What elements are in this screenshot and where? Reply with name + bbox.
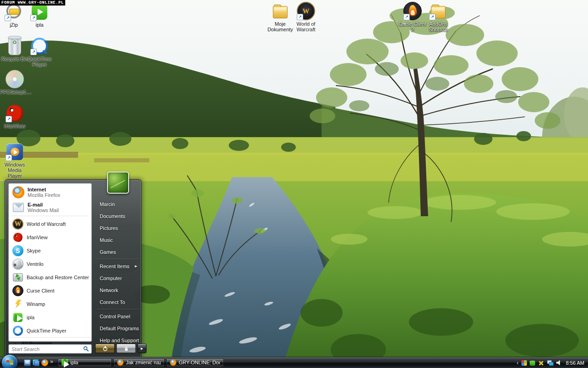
quicklaunch-switch-windows[interactable] (33, 359, 40, 366)
system-tray: ‹ 8:56 AM (513, 357, 588, 368)
wow-icon (12, 218, 23, 230)
backup-restore-icon (13, 273, 23, 282)
start-menu-item-irfanview[interactable]: IrfanView (9, 230, 91, 244)
magnifier-icon (83, 346, 89, 352)
shortcut-arrow-icon: ↗ (6, 116, 12, 122)
start-menu-item-documents[interactable]: Documents (95, 210, 141, 222)
item-sublabel: Mozilla Firefox (28, 192, 60, 198)
item-label: Skype (27, 248, 41, 253)
tray-ipla-icon[interactable] (530, 361, 535, 366)
desktop-icon-label: AddOns Shortcut (424, 21, 453, 32)
power-options-row: ▶ (95, 344, 147, 353)
start-menu-item-internet[interactable]: InternetMozilla Firefox (9, 184, 91, 200)
tray-yellow-plane-icon[interactable] (538, 360, 544, 366)
winamp-icon (14, 299, 22, 309)
start-menu-item-default-programs[interactable]: Default Programs (95, 322, 141, 334)
network-status-icon[interactable] (547, 360, 554, 366)
start-menu-item-email[interactable]: E-mailWindows Mail (9, 200, 91, 215)
start-menu-item-computer[interactable]: Computer (95, 272, 141, 284)
item-label: Help and Support (100, 338, 139, 343)
shutdown-options-button[interactable]: ▶ (137, 344, 147, 353)
desktop-icon-pfcsetup[interactable]: PFCSetup1.... (0, 70, 29, 95)
firefox-icon (41, 359, 48, 366)
item-label: Connect To (100, 299, 125, 305)
taskbar-button-label: ipla (70, 360, 78, 365)
folder-icon (273, 6, 288, 18)
taskbar-button-label: GRY-ONLINE: Dodaj... (179, 360, 220, 365)
desktop-icon-addons-shortcut[interactable]: ↗ AddOns Shortcut (424, 2, 453, 32)
item-label: Marcin (100, 201, 115, 207)
start-menu-item-control-panel[interactable]: Control Panel (95, 310, 141, 322)
start-menu-item-recent-items[interactable]: Recent Items ▶ (95, 260, 141, 272)
ipla-icon (62, 359, 68, 366)
taskbar-button-firefox-1[interactable]: Jak zmienić nazwę p... (113, 358, 164, 367)
shortcut-arrow-icon: ↗ (6, 155, 12, 161)
start-menu-item-connect-to[interactable]: Connect To (95, 296, 141, 308)
start-menu-left-panel: InternetMozilla Firefox E-mailWindows Ma… (8, 183, 92, 342)
taskbar: » ipla Jak zmienić nazwę p... GRY-ONLINE… (0, 357, 588, 368)
shortcut-arrow-icon: ↗ (30, 49, 37, 55)
start-search-input[interactable] (9, 346, 83, 352)
item-label: Documents (100, 213, 125, 219)
quicklaunch-overflow-chevron[interactable]: » (50, 358, 53, 365)
start-menu-item-pictures[interactable]: Pictures (95, 222, 141, 234)
taskbar-clock[interactable]: 8:56 AM (565, 360, 584, 366)
start-menu-item-backup[interactable]: Backup and Restore Center (9, 270, 91, 284)
item-label: QuickTime Player (27, 328, 66, 334)
start-button[interactable] (1, 354, 18, 368)
user-picture[interactable] (107, 172, 129, 194)
desktop-icon-label: ipla (27, 22, 52, 28)
desktop-icon-wow[interactable]: ↗ World of Warcraft (291, 2, 321, 32)
desktop-icon-label: World of Warcraft (291, 21, 321, 32)
desktop-icon-ipla[interactable]: ↗ ipla (27, 3, 52, 28)
start-menu-item-wow[interactable]: World of Warcraft (9, 217, 91, 230)
padlock-icon (124, 346, 129, 351)
taskbar-button-firefox-2[interactable]: GRY-ONLINE: Dodaj... (166, 358, 224, 367)
tray-colored-squares-icon[interactable] (521, 360, 527, 366)
desktop-icon-moje-dokumenty[interactable]: Moje Dokumenty (266, 2, 295, 32)
mail-icon (13, 203, 24, 212)
start-menu-item-ventrilo[interactable]: Ventrilo (9, 257, 91, 270)
item-label: Winamp (27, 301, 45, 307)
item-sublabel: Windows Mail (28, 207, 59, 213)
desktop-icon-label: QuickTime Player (24, 56, 55, 67)
firefox-icon (12, 186, 24, 198)
start-menu-item-games[interactable]: Games (95, 246, 141, 258)
start-menu-item-skype[interactable]: Skype (9, 244, 91, 257)
desktop-icon-jzip[interactable]: ↗ jZip (1, 3, 27, 28)
item-label: Games (100, 249, 116, 255)
shortcut-arrow-icon: ↗ (403, 14, 410, 20)
power-icon (102, 346, 108, 351)
start-menu: InternetMozilla Firefox E-mailWindows Ma… (5, 179, 141, 357)
lock-button[interactable] (116, 344, 136, 353)
start-menu-user-name[interactable]: Marcin (95, 198, 141, 210)
start-menu-item-winamp[interactable]: Winamp (9, 297, 91, 310)
desktop-icon-wmp[interactable]: ↗ Windows Media Player (0, 143, 29, 178)
power-button[interactable] (95, 344, 115, 353)
start-menu-item-curse[interactable]: Curse Client (9, 284, 91, 297)
item-label: Backup and Restore Center (27, 275, 89, 280)
desktop: FORUM WWW.GRY-ONLINE.PL ↗ jZip ↗ ipla Re… (0, 0, 588, 368)
ipla-icon (13, 313, 23, 322)
separator (96, 309, 139, 310)
item-label: Computer (100, 276, 122, 281)
desktop-icon-quicktime[interactable]: ↗ QuickTime Player (24, 37, 55, 67)
start-menu-item-music[interactable]: Music (95, 234, 141, 246)
tray-collapse-chevron[interactable]: ‹ (517, 360, 519, 366)
item-label: Control Panel (100, 314, 130, 319)
start-menu-item-quicktime[interactable]: QuickTime Player (9, 324, 91, 337)
shortcut-arrow-icon: ↗ (5, 15, 11, 21)
ventrilo-icon (12, 259, 23, 270)
skype-icon (12, 245, 23, 256)
shortcut-arrow-icon: ↗ (30, 15, 37, 21)
volume-icon[interactable] (556, 360, 562, 366)
quicklaunch-show-desktop[interactable] (24, 359, 31, 366)
quicklaunch-firefox[interactable] (41, 359, 48, 366)
start-search-box[interactable] (8, 344, 92, 354)
start-menu-item-ipla[interactable]: ipla (9, 310, 91, 324)
start-menu-item-network[interactable]: Network (95, 284, 141, 296)
taskbar-button-label: Jak zmienić nazwę p... (126, 360, 161, 365)
desktop-icon-irfanview[interactable]: ↗ IrfanView (0, 104, 29, 129)
taskbar-button-ipla[interactable]: ipla (58, 358, 112, 367)
desktop-icon-label: jZip (1, 22, 27, 28)
